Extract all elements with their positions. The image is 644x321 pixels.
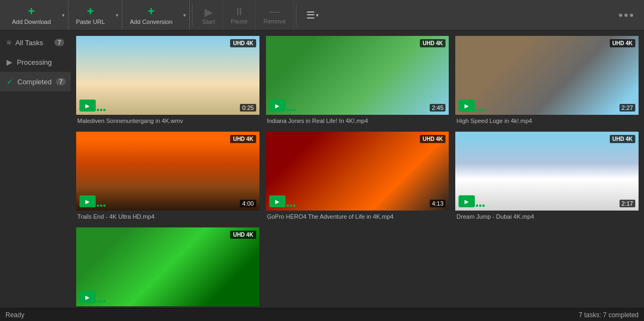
duration-badge: 2:45: [430, 104, 445, 112]
video-item-4[interactable]: UHD 4K 4:00 Trails End - 4K Ultra HD.mp4: [76, 132, 259, 221]
add-conversion-dropdown[interactable]: ▾: [180, 0, 189, 30]
video-thumbnail: UHD 4K 4:00: [76, 132, 259, 211]
duration-badge: 4:00: [240, 200, 256, 207]
play-dots: [476, 205, 485, 207]
play-button[interactable]: [79, 195, 96, 207]
play-dots: [476, 109, 485, 111]
duration-badge: 2:17: [620, 200, 635, 207]
video-title: Indiana Jones in Real Life! In 4K!.mp4: [266, 115, 449, 125]
video-item-5[interactable]: UHD 4K 4:13 GoPro HERO4 The Adventure of…: [266, 132, 449, 221]
add-download-group: + Add Download ▾: [4, 0, 69, 30]
play-dots: [97, 109, 106, 111]
duration-badge: 0:25: [240, 104, 256, 112]
video-title: GoPro HERO4 The Adventure of Life in 4K.…: [266, 211, 449, 221]
remove-button[interactable]: — Remove: [256, 0, 294, 30]
video-thumbnail: UHD 4K 4:13: [266, 132, 449, 211]
start-icon: ▶: [205, 5, 213, 18]
content-area: UHD 4K 0:25 Malediven Sonnenuntergang in…: [71, 30, 644, 308]
menu-button[interactable]: ☰ ▾: [301, 0, 324, 30]
processing-icon: ▶: [7, 58, 13, 66]
toolbar: + Add Download ▾ + Paste URL ▾ + Add Con…: [0, 0, 644, 30]
sidebar-item-completed[interactable]: ✓ Completed 7: [0, 72, 71, 91]
video-item-6[interactable]: UHD 4K 2:17 Dream Jump - Dubai 4K.mp4: [455, 132, 639, 221]
pause-button[interactable]: ⏸ Pause: [223, 0, 256, 30]
video-title: Malediven Sonnenuntergang in 4K.wmv: [76, 115, 259, 125]
status-right: 7 tasks: 7 completed: [579, 311, 639, 319]
play-dots: [97, 205, 106, 207]
sidebar: ≡ All Tasks 7 ▶ Processing ✓ Completed 7: [0, 30, 71, 308]
play-button[interactable]: [79, 291, 96, 303]
video-item-2[interactable]: UHD 4K 2:45 Indiana Jones in Real Life! …: [266, 36, 449, 125]
dot-icon-3: [630, 14, 633, 17]
uhd-badge: UHD 4K: [230, 135, 256, 143]
separator-2: [296, 4, 296, 26]
sidebar-label-processing: Processing: [17, 58, 52, 66]
uhd-badge: UHD 4K: [420, 135, 445, 143]
list-icon: ≡: [7, 38, 11, 47]
duration-badge: 4:13: [430, 200, 445, 207]
sidebar-item-processing[interactable]: ▶ Processing: [0, 52, 71, 72]
statusbar: Ready 7 tasks: 7 completed: [0, 308, 644, 321]
plus-icon-2: +: [87, 5, 94, 17]
sidebar-label-completed: Completed: [17, 78, 52, 86]
more-options-button[interactable]: [612, 11, 640, 19]
video-thumbnail: UHD 4K 2:45: [266, 36, 449, 115]
start-button[interactable]: ▶ Start: [195, 0, 223, 30]
video-thumbnail: UHD 4K 2:17: [455, 132, 639, 211]
duration-badge: 2:27: [620, 104, 635, 112]
play-button[interactable]: [459, 100, 475, 112]
completed-icon: ✓: [7, 77, 13, 86]
uhd-badge: UHD 4K: [230, 231, 256, 239]
video-grid: UHD 4K 0:25 Malediven Sonnenuntergang in…: [76, 36, 639, 308]
video-item-1[interactable]: UHD 4K 0:25 Malediven Sonnenuntergang in…: [76, 36, 259, 125]
menu-arrow-icon: ▾: [316, 13, 319, 18]
video-thumbnail: UHD 4K 2:27: [455, 36, 639, 115]
paste-url-dropdown[interactable]: ▾: [113, 0, 122, 30]
sidebar-label-all-tasks: All Tasks: [15, 39, 43, 47]
dot-icon-1: [619, 14, 622, 17]
video-thumbnail: UHD 4K 0:25: [76, 36, 259, 115]
video-title: High Speed Luge in 4k!.mp4: [455, 115, 639, 125]
paste-url-button[interactable]: + Paste URL: [69, 0, 113, 30]
uhd-badge: UHD 4K: [610, 135, 635, 143]
video-item-3[interactable]: UHD 4K 2:27 High Speed Luge in 4k!.mp4: [455, 36, 639, 125]
uhd-badge: UHD 4K: [610, 39, 635, 47]
play-dots: [97, 300, 106, 303]
pause-icon: ⏸: [234, 5, 245, 18]
status-left: Ready: [5, 311, 24, 319]
play-button[interactable]: [79, 100, 96, 112]
dot-icon-2: [624, 14, 628, 17]
video-item-7[interactable]: UHD 4K UHD Bird 4K.mp4: [76, 227, 259, 308]
add-conversion-label: Add Conversion: [130, 18, 172, 25]
video-title: Trails End - 4K Ultra HD.mp4: [76, 211, 259, 221]
remove-icon: —: [269, 5, 280, 18]
play-dots: [287, 109, 295, 111]
paste-url-label: Paste URL: [76, 18, 105, 25]
plus-icon-3: +: [147, 5, 154, 17]
uhd-badge: UHD 4K: [230, 39, 256, 47]
add-download-label: Add Download: [12, 18, 51, 25]
sidebar-item-all-tasks[interactable]: ≡ All Tasks 7: [0, 33, 71, 52]
add-conversion-group: + Add Conversion ▾: [122, 0, 190, 30]
uhd-badge: UHD 4K: [420, 39, 445, 47]
play-button[interactable]: [459, 195, 475, 207]
completed-badge: 7: [56, 78, 66, 85]
add-conversion-button[interactable]: + Add Conversion: [122, 0, 180, 30]
start-label: Start: [202, 18, 215, 25]
play-button[interactable]: [269, 100, 286, 112]
video-title: Dream Jump - Dubai 4K.mp4: [455, 211, 639, 221]
main-area: ≡ All Tasks 7 ▶ Processing ✓ Completed 7…: [0, 30, 644, 308]
separator-1: [192, 4, 193, 26]
add-download-button[interactable]: + Add Download: [4, 0, 59, 30]
pause-label: Pause: [231, 18, 247, 24]
remove-label: Remove: [263, 18, 286, 24]
video-thumbnail: UHD 4K: [76, 227, 259, 306]
all-tasks-badge: 7: [54, 39, 64, 46]
hamburger-icon: ☰: [306, 9, 315, 21]
add-download-dropdown[interactable]: ▾: [59, 0, 68, 30]
plus-icon: +: [28, 5, 35, 17]
play-button[interactable]: [269, 195, 286, 207]
paste-url-group: + Paste URL ▾: [69, 0, 122, 30]
play-dots: [287, 205, 295, 207]
